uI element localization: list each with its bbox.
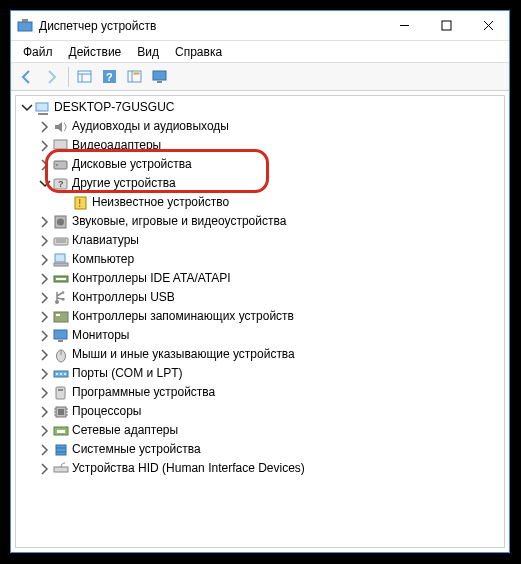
menu-help[interactable]: Справка (169, 43, 228, 61)
computer-icon (52, 252, 70, 268)
tree-item-label: Компьютер (70, 250, 134, 269)
tree-item[interactable]: Порты (COM и LPT) (16, 364, 504, 383)
help-button[interactable] (98, 66, 122, 88)
tree-item[interactable]: Контроллеры запоминающих устройств (16, 307, 504, 326)
twisty-collapsed-icon[interactable] (38, 443, 52, 457)
twisty-collapsed-icon[interactable] (38, 424, 52, 438)
close-button[interactable] (467, 11, 509, 40)
tree-item-label: Аудиовходы и аудиовыходы (70, 117, 229, 136)
twisty-collapsed-icon[interactable] (38, 348, 52, 362)
sound-icon (52, 214, 70, 230)
software-device-icon (52, 385, 70, 401)
view-monitor-button[interactable] (148, 66, 172, 88)
unknown-device-icon (72, 195, 90, 211)
tree-item-label: Контроллеры запоминающих устройств (70, 307, 294, 326)
disk-icon (52, 157, 70, 173)
twisty-collapsed-icon[interactable] (38, 310, 52, 324)
tree-item[interactable]: Дисковые устройства (16, 155, 504, 174)
app-icon (17, 18, 33, 34)
port-icon (52, 366, 70, 382)
computer-root-icon (34, 100, 52, 116)
question-device-icon (52, 176, 70, 192)
device-tree[interactable]: DESKTOP-7GUSGUCАудиовходы и аудиовыходыВ… (15, 95, 505, 548)
tree-item-label: Порты (COM и LPT) (70, 364, 183, 383)
tree-item[interactable]: Сетевые адаптеры (16, 421, 504, 440)
menubar: Файл Действие Вид Справка (11, 41, 509, 63)
keyboard-icon (52, 233, 70, 249)
menu-file[interactable]: Файл (17, 43, 59, 61)
titlebar: Диспетчер устройств (11, 11, 509, 41)
nav-forward-button[interactable] (40, 66, 64, 88)
twisty-collapsed-icon[interactable] (38, 405, 52, 419)
storage-controller-icon (52, 309, 70, 325)
tree-item[interactable]: Мониторы (16, 326, 504, 345)
tree-item-label: Контроллеры USB (70, 288, 175, 307)
tree-item-label: Клавиатуры (70, 231, 139, 250)
tree-item[interactable]: Неизвестное устройство (16, 193, 504, 212)
tree-item[interactable]: Звуковые, игровые и видеоустройства (16, 212, 504, 231)
device-manager-window: Диспетчер устройств Файл Действие Вид Сп… (10, 10, 510, 553)
tree-item[interactable]: Компьютер (16, 250, 504, 269)
menu-action[interactable]: Действие (63, 43, 128, 61)
tree-item[interactable]: Контроллеры IDE ATA/ATAPI (16, 269, 504, 288)
tree-item[interactable]: Видеоадаптеры (16, 136, 504, 155)
tree-item[interactable]: Аудиовходы и аудиовыходы (16, 117, 504, 136)
details-button[interactable] (123, 66, 147, 88)
tree-item-label: Сетевые адаптеры (70, 421, 178, 440)
twisty-collapsed-icon[interactable] (38, 291, 52, 305)
tree-item[interactable]: Контроллеры USB (16, 288, 504, 307)
maximize-button[interactable] (425, 11, 467, 40)
tree-item-label: Мыши и иные указывающие устройства (70, 345, 295, 364)
tree-item[interactable]: Мыши и иные указывающие устройства (16, 345, 504, 364)
twisty-collapsed-icon[interactable] (38, 253, 52, 267)
tree-root[interactable]: DESKTOP-7GUSGUC (16, 98, 504, 117)
tree-item-label: Процессоры (70, 402, 142, 421)
tree-item[interactable]: Другие устройства (16, 174, 504, 193)
show-console-button[interactable] (73, 66, 97, 88)
tree-item[interactable]: Клавиатуры (16, 231, 504, 250)
tree-item-label: Программные устройства (70, 383, 215, 402)
twisty-collapsed-icon[interactable] (38, 386, 52, 400)
twisty-collapsed-icon[interactable] (38, 215, 52, 229)
twisty-collapsed-icon[interactable] (38, 462, 52, 476)
tree-area: DESKTOP-7GUSGUCАудиовходы и аудиовыходыВ… (11, 91, 509, 552)
twisty-expanded-icon[interactable] (38, 177, 52, 191)
twisty-collapsed-icon[interactable] (38, 234, 52, 248)
twisty-collapsed-icon[interactable] (38, 329, 52, 343)
tree-item-label: Видеоадаптеры (70, 136, 161, 155)
minimize-button[interactable] (383, 11, 425, 40)
ide-icon (52, 271, 70, 287)
twisty-collapsed-icon[interactable] (38, 367, 52, 381)
tree-item-label: Мониторы (70, 326, 129, 345)
tree-item-label: Контроллеры IDE ATA/ATAPI (70, 269, 231, 288)
twisty-collapsed-icon[interactable] (38, 120, 52, 134)
system-device-icon (52, 442, 70, 458)
twisty-collapsed-icon[interactable] (38, 272, 52, 286)
processor-icon (52, 404, 70, 420)
tree-item[interactable]: Процессоры (16, 402, 504, 421)
tree-item-label: Другие устройства (70, 174, 176, 193)
monitor-device-icon (52, 328, 70, 344)
tree-item[interactable]: Устройства HID (Human Interface Devices) (16, 459, 504, 478)
hid-icon (52, 461, 70, 477)
twisty-expanded-icon[interactable] (20, 101, 34, 115)
tree-item[interactable]: Системные устройства (16, 440, 504, 459)
tree-item[interactable]: Программные устройства (16, 383, 504, 402)
tree-item-label: Неизвестное устройство (90, 193, 229, 212)
mouse-icon (52, 347, 70, 363)
tree-item-label: Устройства HID (Human Interface Devices) (70, 459, 305, 478)
speaker-icon (52, 119, 70, 135)
nav-back-button[interactable] (15, 66, 39, 88)
tree-item-label: Системные устройства (70, 440, 201, 459)
tree-root-label: DESKTOP-7GUSGUC (52, 98, 174, 117)
twisty-collapsed-icon[interactable] (38, 139, 52, 153)
tree-item-label: Дисковые устройства (70, 155, 192, 174)
twisty-collapsed-icon[interactable] (38, 158, 52, 172)
toolbar (11, 63, 509, 91)
menu-view[interactable]: Вид (131, 43, 165, 61)
network-icon (52, 423, 70, 439)
tree-item-label: Звуковые, игровые и видеоустройства (70, 212, 286, 231)
window-title: Диспетчер устройств (39, 19, 156, 33)
display-adapter-icon (52, 138, 70, 154)
svg-rect-64 (442, 21, 451, 30)
